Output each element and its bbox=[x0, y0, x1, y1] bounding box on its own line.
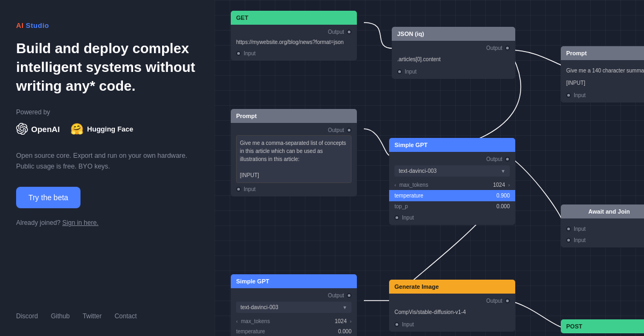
simplegpt1-output-dot bbox=[505, 157, 510, 162]
simplegpt1-maxtokens-label: max_tokens bbox=[399, 182, 428, 188]
get-output-label: Output bbox=[236, 29, 352, 35]
await-input-label: Input bbox=[566, 226, 644, 232]
openai-label: OpenAI bbox=[31, 125, 60, 134]
get-node[interactable]: GET Output https://mywebsite.org/blog/ne… bbox=[231, 11, 357, 61]
simplegpt1-maxtokens-value: 1024 bbox=[493, 182, 505, 188]
simplegpt2-temp-row: temperature 0.000 bbox=[236, 326, 352, 336]
prompt2-input-var: [INPUT] bbox=[566, 77, 644, 89]
simplegpt1-model-dropdown[interactable]: text-davinci-003 ▼ bbox=[394, 165, 510, 177]
hf-emoji: 🤗 bbox=[70, 122, 84, 135]
simplegpt1-topp-row: top_p 0.000 bbox=[394, 201, 510, 211]
simplegpt1-body: Output text-davinci-003 ▼ ‹ max_tokens 1… bbox=[389, 152, 515, 225]
simplegpt1-header: Simple GPT bbox=[389, 138, 515, 152]
simplegpt1-maxtokens-right[interactable]: › bbox=[508, 182, 510, 188]
brand-studio: Studio bbox=[24, 21, 49, 30]
headline: Build and deploy complex intelligent sys… bbox=[16, 39, 199, 96]
footer-contact[interactable]: Contact bbox=[114, 312, 136, 320]
partners-row: OpenAI 🤗 Hugging Face bbox=[16, 122, 199, 135]
simplegpt1-output-label: Output bbox=[394, 156, 510, 162]
await-input-label2: Input bbox=[566, 237, 644, 243]
await-node[interactable]: Await and Join Input Input bbox=[561, 204, 644, 247]
await-body: Input Input bbox=[561, 218, 644, 247]
json-output-label: Output bbox=[397, 45, 510, 51]
get-input-label: Input bbox=[236, 50, 352, 56]
get-node-header: GET bbox=[231, 11, 357, 25]
simplegpt1-input-label: Input bbox=[394, 215, 510, 221]
openai-icon bbox=[16, 123, 28, 135]
post-node[interactable]: POST bbox=[561, 319, 644, 333]
genimage-input-dot bbox=[394, 322, 399, 327]
simplegpt1-input-dot bbox=[394, 215, 399, 220]
genimage-input-label: Input bbox=[394, 322, 510, 327]
json-node-header: JSON (iq) bbox=[392, 27, 515, 41]
simplegpt2-body: Output text-davinci-003 ▼ ‹ max_tokens 1… bbox=[231, 288, 357, 336]
simplegpt2-dropdown-arrow: ▼ bbox=[342, 305, 347, 310]
powered-by-label: Powered by bbox=[16, 108, 199, 116]
simplegpt1-temp-label: temperature bbox=[394, 193, 423, 199]
await-input-dot bbox=[566, 227, 571, 231]
get-url: https://mywebsite.org/blog/news?format=j… bbox=[236, 37, 352, 47]
prompt1-input-label: Input bbox=[236, 186, 352, 192]
simplegpt2-maxtokens-row[interactable]: ‹ max_tokens 1024 › bbox=[236, 316, 352, 326]
sign-in-link[interactable]: Sign in here. bbox=[62, 219, 98, 227]
try-beta-button[interactable]: Try the beta bbox=[16, 187, 80, 208]
await-header: Await and Join bbox=[561, 204, 644, 218]
simplegpt2-temp-value: 0.000 bbox=[338, 328, 352, 334]
simplegpt2-maxtokens-label: max_tokens bbox=[241, 318, 270, 324]
simplegpt1-model-label: text-davinci-003 bbox=[399, 168, 437, 174]
await-input-dot2 bbox=[566, 238, 571, 243]
openai-logo: OpenAI bbox=[16, 123, 60, 135]
huggingface-logo: 🤗 Hugging Face bbox=[70, 122, 133, 135]
genimage-output-dot bbox=[505, 298, 510, 303]
simplegpt1-topp-value: 0.000 bbox=[496, 203, 510, 209]
simplegpt2-header: Simple GPT bbox=[231, 274, 357, 288]
genimage-header: Generate Image bbox=[389, 280, 515, 294]
simplegpt2-maxtokens-left[interactable]: ‹ bbox=[236, 319, 238, 324]
json-node-body: Output .articles[0].content Input bbox=[392, 41, 515, 79]
footer-discord[interactable]: Discord bbox=[16, 312, 38, 320]
simplegpt2-model-label: text-davinci-003 bbox=[240, 304, 279, 310]
simplegpt1-maxtokens-left[interactable]: ‹ bbox=[394, 182, 396, 188]
prompt2-header: Prompt bbox=[561, 46, 644, 60]
get-output-dot bbox=[347, 30, 352, 34]
simplegpt2-temp-label: temperature bbox=[236, 328, 265, 334]
left-panel: AI Studio Build and deploy complex intel… bbox=[0, 0, 215, 336]
simplegpt2-model-dropdown[interactable]: text-davinci-003 ▼ bbox=[236, 302, 352, 313]
footer-twitter[interactable]: Twitter bbox=[83, 312, 101, 320]
prompt1-node[interactable]: Prompt Output Give me a comma-separated … bbox=[231, 109, 357, 196]
simplegpt2-maxtokens-right[interactable]: › bbox=[350, 319, 352, 324]
simplegpt1-maxtokens-row[interactable]: ‹ max_tokens 1024 › bbox=[394, 180, 510, 190]
prompt1-header: Prompt bbox=[231, 109, 357, 123]
simplegpt1-dropdown-arrow: ▼ bbox=[501, 169, 506, 174]
prompt2-node[interactable]: Prompt Give me a 140 character summa [IN… bbox=[561, 46, 644, 103]
prompt1-output-label: Output bbox=[236, 127, 352, 133]
footer-links: Discord Github Twitter Contact bbox=[16, 302, 199, 320]
simplegpt1-temp-row[interactable]: temperature 0.900 bbox=[389, 190, 515, 201]
simplegpt2-output-label: Output bbox=[236, 293, 352, 298]
genimage-model: CompVis/stable-diffusion-v1-4 bbox=[394, 306, 510, 318]
simplegpt1-topp-label: top_p bbox=[394, 203, 408, 209]
simplegpt2-output-dot bbox=[347, 293, 352, 298]
simplegpt2-node[interactable]: Simple GPT Output text-davinci-003 ▼ ‹ m… bbox=[231, 274, 357, 336]
simplegpt1-node[interactable]: Simple GPT Output text-davinci-003 ▼ ‹ m… bbox=[389, 138, 515, 225]
prompt2-input-dot bbox=[566, 93, 571, 98]
prompt2-text: Give me a 140 character summa bbox=[566, 64, 644, 77]
description-line2: Public usage is free. BYO keys. bbox=[16, 161, 199, 172]
post-header: POST bbox=[561, 319, 644, 333]
genimage-body: Output CompVis/stable-diffusion-v1-4 Inp… bbox=[389, 294, 515, 332]
brand-label: AI Studio bbox=[16, 21, 199, 30]
prompt1-input-dot bbox=[236, 187, 241, 192]
simplegpt1-temp-value: 0.900 bbox=[496, 193, 510, 199]
flow-canvas[interactable]: GET Output https://mywebsite.org/blog/ne… bbox=[215, 0, 644, 336]
genimage-node[interactable]: Generate Image Output CompVis/stable-dif… bbox=[389, 280, 515, 332]
prompt1-text[interactable]: Give me a comma-separated list of concep… bbox=[236, 135, 352, 183]
prompt2-body: Give me a 140 character summa [INPUT] In… bbox=[561, 60, 644, 103]
json-output-dot bbox=[505, 46, 510, 50]
get-node-body: Output https://mywebsite.org/blog/news?f… bbox=[231, 25, 357, 61]
hf-label: Hugging Face bbox=[87, 125, 133, 133]
json-input-label: Input bbox=[397, 69, 510, 75]
json-node[interactable]: JSON (iq) Output .articles[0].content In… bbox=[392, 27, 515, 79]
description: Open source core. Export and run on your… bbox=[16, 150, 199, 172]
footer-github[interactable]: Github bbox=[51, 312, 70, 320]
get-input-dot bbox=[236, 51, 241, 56]
